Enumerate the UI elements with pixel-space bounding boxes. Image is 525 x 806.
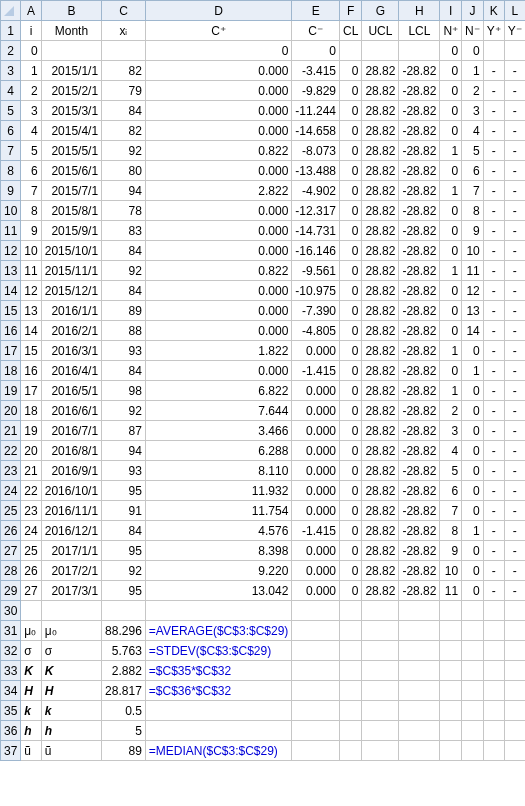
cell-29K[interactable]: -: [483, 581, 504, 601]
cell-11D[interactable]: 0.000: [145, 221, 292, 241]
cell-7J[interactable]: 5: [462, 141, 484, 161]
col-header-J[interactable]: J: [462, 1, 484, 21]
cell-29D[interactable]: 13.042: [145, 581, 292, 601]
cell-2C[interactable]: [102, 41, 146, 61]
cell-7I[interactable]: 1: [440, 141, 462, 161]
cell-14F[interactable]: 0: [340, 281, 362, 301]
cell-18E[interactable]: -1.415: [292, 361, 340, 381]
cell-14K[interactable]: -: [483, 281, 504, 301]
col-header-F[interactable]: F: [340, 1, 362, 21]
cell-15H[interactable]: -28.82: [399, 301, 440, 321]
cell-18K[interactable]: -: [483, 361, 504, 381]
cell-9J[interactable]: 7: [462, 181, 484, 201]
cell-30I[interactable]: [440, 601, 462, 621]
cell-6K[interactable]: -: [483, 121, 504, 141]
cell-17E[interactable]: 0.000: [292, 341, 340, 361]
cell-2H[interactable]: [399, 41, 440, 61]
select-all-corner[interactable]: [1, 1, 21, 21]
cell-32L[interactable]: [504, 641, 525, 661]
cell-8B[interactable]: 2015/6/1: [41, 161, 101, 181]
cell-27G[interactable]: 28.82: [362, 541, 399, 561]
cell-21C[interactable]: 87: [102, 421, 146, 441]
cell-14B[interactable]: 2015/12/1: [41, 281, 101, 301]
cell-3B[interactable]: 2015/1/1: [41, 61, 101, 81]
row-header-22[interactable]: 22: [1, 441, 21, 461]
cell-37L[interactable]: [504, 741, 525, 761]
cell-30J[interactable]: [462, 601, 484, 621]
cell-33L[interactable]: [504, 661, 525, 681]
cell-14D[interactable]: 0.000: [145, 281, 292, 301]
cell-29F[interactable]: 0: [340, 581, 362, 601]
cell-1E[interactable]: C⁻: [292, 21, 340, 41]
cell-33H[interactable]: [399, 661, 440, 681]
row-header-20[interactable]: 20: [1, 401, 21, 421]
cell-2K[interactable]: [483, 41, 504, 61]
cell-15E[interactable]: -7.390: [292, 301, 340, 321]
cell-17F[interactable]: 0: [340, 341, 362, 361]
cell-10G[interactable]: 28.82: [362, 201, 399, 221]
cell-27F[interactable]: 0: [340, 541, 362, 561]
cell-12F[interactable]: 0: [340, 241, 362, 261]
cell-15A[interactable]: 13: [21, 301, 41, 321]
cell-3J[interactable]: 1: [462, 61, 484, 81]
cell-30B[interactable]: [41, 601, 101, 621]
cell-22F[interactable]: 0: [340, 441, 362, 461]
cell-25E[interactable]: 0.000: [292, 501, 340, 521]
cell-14L[interactable]: -: [504, 281, 525, 301]
cell-34L[interactable]: [504, 681, 525, 701]
cell-4K[interactable]: -: [483, 81, 504, 101]
cell-37E[interactable]: [292, 741, 340, 761]
cell-27J[interactable]: 0: [462, 541, 484, 561]
cell-5B[interactable]: 2015/3/1: [41, 101, 101, 121]
cell-17H[interactable]: -28.82: [399, 341, 440, 361]
cell-4C[interactable]: 79: [102, 81, 146, 101]
cell-20J[interactable]: 0: [462, 401, 484, 421]
cell-16D[interactable]: 0.000: [145, 321, 292, 341]
cell-4A[interactable]: 2: [21, 81, 41, 101]
cell-17J[interactable]: 0: [462, 341, 484, 361]
cell-19K[interactable]: -: [483, 381, 504, 401]
cell-23C[interactable]: 93: [102, 461, 146, 481]
cell-9K[interactable]: -: [483, 181, 504, 201]
cell-16F[interactable]: 0: [340, 321, 362, 341]
row-header-9[interactable]: 9: [1, 181, 21, 201]
cell-25C[interactable]: 91: [102, 501, 146, 521]
cell-10H[interactable]: -28.82: [399, 201, 440, 221]
cell-32G[interactable]: [362, 641, 399, 661]
cell-30F[interactable]: [340, 601, 362, 621]
cell-20E[interactable]: 0.000: [292, 401, 340, 421]
cell-1D[interactable]: C⁺: [145, 21, 292, 41]
cell-30D[interactable]: [145, 601, 292, 621]
cell-25A[interactable]: 23: [21, 501, 41, 521]
cell-31E[interactable]: [292, 621, 340, 641]
cell-34G[interactable]: [362, 681, 399, 701]
cell-11C[interactable]: 83: [102, 221, 146, 241]
cell-17B[interactable]: 2016/3/1: [41, 341, 101, 361]
cell-8A[interactable]: 6: [21, 161, 41, 181]
cell-31B[interactable]: μ₀: [41, 621, 101, 641]
cell-37K[interactable]: [483, 741, 504, 761]
cell-29A[interactable]: 27: [21, 581, 41, 601]
cell-15F[interactable]: 0: [340, 301, 362, 321]
cell-35H[interactable]: [399, 701, 440, 721]
cell-23L[interactable]: -: [504, 461, 525, 481]
row-header-29[interactable]: 29: [1, 581, 21, 601]
cell-35A[interactable]: k: [21, 701, 41, 721]
cell-19F[interactable]: 0: [340, 381, 362, 401]
cell-3E[interactable]: -3.415: [292, 61, 340, 81]
cell-10I[interactable]: 0: [440, 201, 462, 221]
cell-19I[interactable]: 1: [440, 381, 462, 401]
cell-7G[interactable]: 28.82: [362, 141, 399, 161]
cell-28E[interactable]: 0.000: [292, 561, 340, 581]
col-header-K[interactable]: K: [483, 1, 504, 21]
cell-31A[interactable]: μ₀: [21, 621, 41, 641]
cell-10K[interactable]: -: [483, 201, 504, 221]
cell-4F[interactable]: 0: [340, 81, 362, 101]
row-header-7[interactable]: 7: [1, 141, 21, 161]
cell-28J[interactable]: 0: [462, 561, 484, 581]
cell-25F[interactable]: 0: [340, 501, 362, 521]
col-header-B[interactable]: B: [41, 1, 101, 21]
row-header-12[interactable]: 12: [1, 241, 21, 261]
cell-24G[interactable]: 28.82: [362, 481, 399, 501]
cell-27I[interactable]: 9: [440, 541, 462, 561]
